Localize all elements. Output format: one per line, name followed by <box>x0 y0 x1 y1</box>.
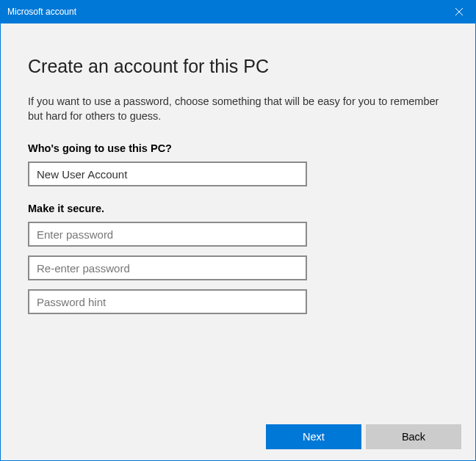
username-section-label: Who's going to use this PC? <box>28 142 448 154</box>
password-input[interactable] <box>28 222 307 247</box>
username-input[interactable] <box>28 161 307 186</box>
close-button[interactable] <box>442 0 476 23</box>
page-title: Create an account for this PC <box>28 56 448 77</box>
titlebar: Microsoft account <box>0 0 476 23</box>
content-area: Create an account for this PC If you wan… <box>0 23 476 413</box>
password-hint-input[interactable] <box>28 289 307 314</box>
window-title: Microsoft account <box>7 7 76 17</box>
page-subtitle: If you want to use a password, choose so… <box>28 95 448 123</box>
footer: Next Back <box>0 413 476 461</box>
dialog-window: Microsoft account Create an account for … <box>0 0 476 461</box>
secure-section-label: Make it secure. <box>28 203 448 214</box>
back-button[interactable]: Back <box>366 424 461 449</box>
password-confirm-input[interactable] <box>28 255 307 280</box>
next-button[interactable]: Next <box>266 424 361 449</box>
close-icon <box>455 8 463 15</box>
